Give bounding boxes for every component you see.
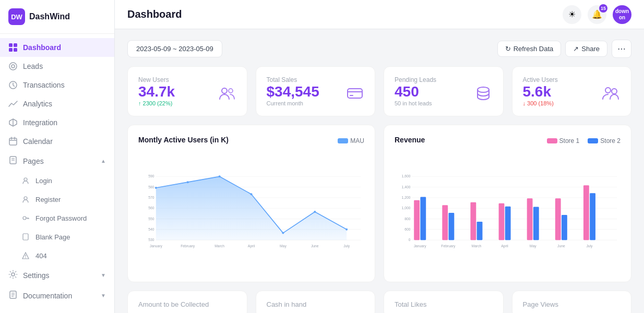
sidebar-item-login[interactable]: Login [0, 171, 114, 190]
pages-section-toggle[interactable]: Pages ▲ [0, 151, 114, 171]
svg-text:May: May [530, 244, 536, 248]
stat-card-active-users: Active Users 5.6k ↓ 300 (18%) [512, 66, 632, 116]
svg-rect-9 [9, 138, 17, 145]
mau-legend-dot [338, 138, 348, 143]
sidebar-item-analytics[interactable]: Analytics [0, 94, 114, 113]
topbar-actions: ☀ 🔔 15 down on [563, 5, 631, 24]
dashboard-icon [8, 43, 18, 52]
revenue-chart-card: Revenue Store 1 Store 2 [384, 125, 631, 282]
sidebar-item-blank-page[interactable]: Blank Page [0, 227, 114, 246]
integration-label: Integration [23, 118, 57, 127]
active-users-label: Active Users [523, 76, 558, 83]
topbar: Dashboard ☀ 🔔 15 down on [115, 0, 644, 29]
stat-card-pending-leads: Pending Leads 450 50 in hot leads [384, 66, 504, 116]
register-icon [21, 195, 30, 204]
svg-text:April: April [248, 244, 255, 248]
svg-point-54 [155, 187, 157, 189]
forgot-password-label: Forgot Password [35, 214, 87, 222]
pages-icon [8, 155, 18, 166]
svg-point-25 [26, 258, 26, 258]
sidebar-item-leads[interactable]: Leads [0, 57, 114, 76]
header-buttons: ↻ Refresh Data ↗ Share ⋯ [497, 40, 631, 58]
svg-point-59 [314, 211, 316, 213]
svg-rect-22 [23, 234, 28, 240]
main-area: Dashboard ☀ 🔔 15 down on 2023-05-09 ~ 20… [115, 0, 644, 313]
store2-legend-dot [588, 138, 598, 143]
documentation-chevron-icon: ▼ [101, 293, 106, 298]
database-icon [474, 84, 493, 106]
svg-text:January: January [414, 244, 427, 248]
svg-point-36 [478, 87, 489, 92]
sidebar-item-transactions[interactable]: Transactions [0, 76, 114, 94]
svg-point-5 [11, 65, 15, 68]
svg-text:June: June [557, 244, 565, 248]
stat-cards-grid: New Users 34.7k ↑ 2300 (22%) Total Sales… [127, 66, 631, 116]
sidebar-item-calendar[interactable]: Calendar [0, 132, 114, 151]
svg-rect-90 [527, 198, 533, 240]
leads-icon [8, 62, 18, 71]
svg-text:July: July [343, 244, 350, 248]
svg-text:800: 800 [404, 217, 411, 221]
share-button[interactable]: ↗ Share [565, 41, 607, 57]
theme-toggle-button[interactable]: ☀ [563, 5, 581, 24]
active-users-sub: ↓ 300 (18%) [523, 100, 558, 106]
sidebar-nav: Dashboard Leads Transactions Analytics I… [0, 34, 114, 313]
calendar-icon [8, 137, 18, 146]
svg-rect-33 [348, 89, 362, 98]
sidebar-item-integration[interactable]: Integration [0, 113, 114, 132]
bottom-cards-row: Amount to be Collected Cash in hand Tota… [127, 291, 631, 313]
svg-text:590: 590 [148, 174, 154, 178]
refresh-icon: ↻ [505, 45, 511, 53]
svg-rect-83 [420, 197, 426, 240]
revenue-chart-svg: 1,600 1,400 1,200 1,000 800 600 0 [395, 154, 621, 269]
svg-text:560: 560 [148, 206, 154, 210]
svg-point-38 [612, 89, 617, 94]
svg-text:March: March [214, 244, 224, 248]
svg-point-18 [23, 216, 26, 220]
bottom-card-pageviews: Page Views [512, 291, 632, 313]
svg-point-56 [219, 175, 221, 177]
svg-text:550: 550 [148, 217, 154, 221]
store1-legend-dot [547, 138, 557, 143]
sidebar-item-dashboard[interactable]: Dashboard [0, 38, 114, 57]
stat-card-total-sales: Total Sales $34,545 Current month [256, 66, 376, 116]
login-label: Login [35, 177, 52, 185]
settings-toggle[interactable]: Settings ▼ [0, 265, 114, 285]
revenue-legend: Store 1 Store 2 [547, 137, 621, 145]
svg-text:1,400: 1,400 [402, 185, 411, 189]
svg-rect-87 [477, 222, 483, 240]
svg-rect-94 [583, 185, 589, 240]
date-range-selector[interactable]: 2023-05-09 ~ 2023-05-09 [127, 40, 222, 57]
integration-icon [8, 118, 18, 127]
svg-text:1,000: 1,000 [402, 206, 411, 210]
notifications-button[interactable]: 🔔 15 [588, 5, 606, 24]
avatar[interactable]: down on [613, 5, 631, 24]
transactions-icon [8, 80, 18, 90]
svg-text:0: 0 [409, 238, 411, 242]
svg-point-37 [605, 88, 611, 93]
total-sales-value: $34,545 [267, 83, 319, 100]
users-icon [218, 84, 236, 106]
svg-rect-92 [555, 198, 561, 240]
register-label: Register [35, 196, 61, 203]
svg-rect-89 [505, 207, 511, 240]
more-options-button[interactable]: ⋯ [612, 40, 631, 58]
svg-rect-93 [562, 215, 567, 240]
svg-text:March: March [472, 244, 482, 248]
sidebar-item-404[interactable]: 404 [0, 246, 114, 265]
sidebar-item-forgot-password[interactable]: Forgot Password [0, 209, 114, 227]
refresh-data-button[interactable]: ↻ Refresh Data [497, 41, 562, 57]
svg-point-4 [9, 63, 17, 70]
pages-label: Pages [23, 157, 44, 165]
logo-name: DashWind [29, 12, 70, 21]
documentation-toggle[interactable]: Documentation ▼ [0, 285, 114, 306]
sidebar-item-register[interactable]: Register [0, 190, 114, 209]
page-title: Dashboard [127, 8, 182, 20]
svg-text:530: 530 [148, 238, 154, 242]
new-users-value: 34.7k [138, 83, 175, 100]
svg-point-31 [222, 88, 227, 93]
logo-area[interactable]: DW DashWind [0, 0, 114, 34]
svg-point-26 [11, 273, 15, 276]
svg-text:1,600: 1,600 [402, 174, 411, 178]
mau-chart-svg: 590 580 570 560 550 540 530 [138, 154, 364, 269]
